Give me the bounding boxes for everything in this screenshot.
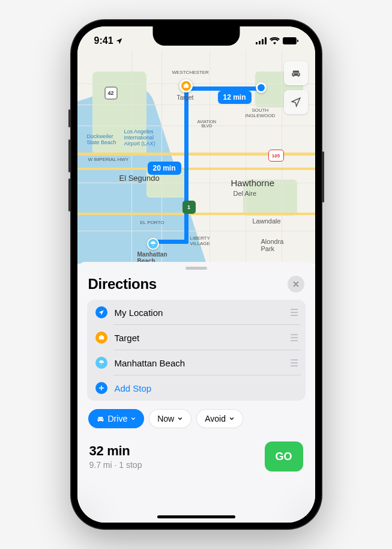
umbrella-icon [150,241,156,247]
close-icon [292,281,300,288]
sheet-grabber[interactable] [185,267,207,270]
reorder-handle[interactable]: ☰ [290,357,297,369]
location-arrow-icon [115,37,123,45]
svg-rect-2 [262,39,264,44]
label-imperial: W IMPERIAL HWY [88,157,129,162]
chevron-down-icon [130,416,136,422]
stop-label: My Location [115,308,290,318]
car-icon [290,67,302,79]
chevron-down-icon [177,416,183,422]
svg-rect-1 [259,41,261,44]
label-lawndale: Lawndale [253,217,281,225]
stop-my-location[interactable]: My Location ☰ [95,300,297,325]
stop-manhattan-beach[interactable]: Manhattan Beach ☰ [95,350,297,375]
add-stop-label: Add Stop [115,383,297,393]
home-indicator[interactable] [157,515,235,518]
go-button[interactable]: GO [265,441,303,472]
depart-time-button[interactable]: Now [149,409,191,428]
add-stop-button[interactable]: Add Stop [95,375,297,401]
label-hawthorne: Hawthorne [231,178,275,188]
label-dockweiler: Dockweiler State Beach [87,133,116,145]
drive-mode-button[interactable]: Drive [88,409,145,428]
stop-label: Manhattan Beach [115,358,290,368]
avoid-options-button[interactable]: Avoid [196,409,243,428]
car-icon [96,414,105,423]
summary-eta: 32 min [89,443,142,459]
eta-leg-2[interactable]: 20 min [148,162,181,175]
hwy-1-shield: 1 [182,201,196,214]
label-alondra: Alondra Park [261,238,284,252]
chevron-down-icon [229,416,235,422]
summary-distance: 9.7 mi · 1 stop [89,460,142,470]
label-liberty: LIBERTY VILLAGE [190,235,210,246]
svg-rect-5 [297,40,298,42]
beach-pin[interactable] [147,238,159,250]
plus-icon [95,382,107,394]
svg-rect-4 [283,37,297,44]
battery-icon [283,37,298,44]
svg-rect-3 [265,37,267,44]
tracking-button[interactable] [284,90,308,114]
umbrella-icon [95,357,107,369]
reorder-handle[interactable]: ☰ [290,307,297,318]
stop-label: Target [115,333,290,343]
location-arrow-icon [95,306,107,318]
wifi-icon [270,37,280,44]
label-westchester: WESTCHESTER [172,70,209,75]
phone-frame: 9:41 WESTCHESTER SOUTH INGLEWOOD AVIATIO… [70,19,322,530]
label-el-porto: EL PORTO [140,220,164,225]
label-aviation: AVIATION BLVD [198,120,217,128]
screen: 9:41 WESTCHESTER SOUTH INGLEWOOD AVIATIO… [77,26,315,523]
location-arrow-icon [291,97,301,108]
reorder-handle[interactable]: ☰ [290,332,297,344]
directions-sheet[interactable]: Directions My Location ☰ [77,262,315,523]
target-pin-label: Target [177,94,194,101]
label-el-segundo: El Segundo [119,174,160,183]
transport-mode-button[interactable] [284,61,308,85]
hwy-42-shield: 42 [104,86,118,100]
svg-rect-0 [256,42,258,44]
route-options: Drive Now Avoid [87,409,306,428]
sheet-title: Directions [88,276,157,293]
briefcase-icon [183,83,189,89]
label-del-aire: Del Aire [234,190,257,197]
label-lax: Los Angeles International Airport (LAX) [124,129,155,147]
label-south-inglewood: SOUTH INGLEWOOD [246,108,276,118]
briefcase-icon [95,332,107,344]
route-summary: 32 min 9.7 mi · 1 stop GO [87,437,306,476]
map-view[interactable]: WESTCHESTER SOUTH INGLEWOOD AVIATION BLV… [77,26,315,264]
status-time: 9:41 [94,35,113,46]
stops-list: My Location ☰ Target ☰ Manhattan Beach ☰ [87,300,306,401]
eta-leg-1[interactable]: 12 min [218,91,252,104]
notch [152,26,240,46]
target-pin[interactable] [179,79,193,93]
start-dot [256,82,267,93]
cellular-icon [256,37,267,44]
hwy-105-shield: 105 [268,150,284,162]
close-button[interactable] [288,276,304,293]
stop-target[interactable]: Target ☰ [95,325,297,350]
